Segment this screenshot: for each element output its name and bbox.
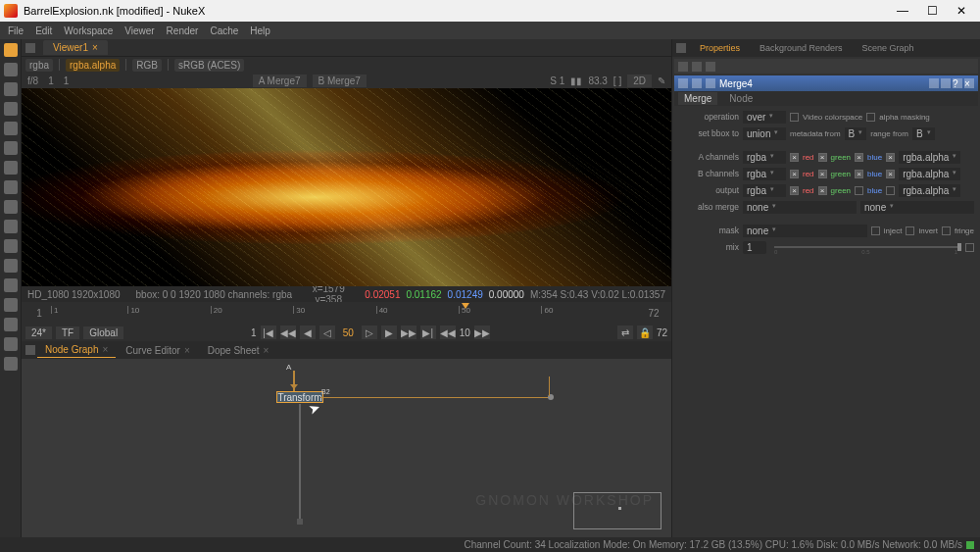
eye-icon[interactable]	[706, 78, 715, 88]
one[interactable]: 1	[48, 75, 54, 86]
timeline-ruler[interactable]: 1 10 20 30 40 50 60	[51, 302, 642, 324]
tool-icon[interactable]	[4, 318, 18, 331]
last-frame-button[interactable]: ▶|	[420, 326, 436, 339]
connection-b[interactable]	[320, 397, 551, 398]
trash-icon[interactable]	[706, 62, 715, 72]
tool-icon[interactable]	[4, 298, 18, 312]
tool-icon[interactable]	[4, 200, 18, 214]
menu-workspace[interactable]: Workspace	[64, 25, 113, 36]
playhead[interactable]	[465, 302, 472, 324]
metadata-dropdown[interactable]: B	[845, 127, 867, 140]
input-b-button[interactable]: B Merge7	[313, 75, 367, 87]
red-check[interactable]	[790, 153, 799, 162]
input-a-button[interactable]: A Merge7	[253, 75, 307, 87]
video-colorspace-check[interactable]	[790, 113, 799, 122]
pane-handle-icon[interactable]	[25, 345, 35, 355]
ocio[interactable]: sRGB (ACES)	[174, 59, 244, 72]
pause-icon[interactable]: ▮▮	[570, 75, 582, 86]
menu-edit[interactable]: Edit	[35, 25, 52, 36]
help-icon[interactable]: ?	[953, 78, 962, 88]
tool-icon[interactable]	[4, 337, 18, 351]
play-button[interactable]: ▶	[381, 326, 397, 339]
tool-icon[interactable]	[4, 259, 18, 273]
close-icon[interactable]: ×	[264, 345, 270, 356]
alpha-masking-check[interactable]	[866, 113, 875, 122]
timeline[interactable]: 1 1 10 20 30 40 50 60 72	[22, 302, 671, 324]
tool-icon[interactable]	[4, 278, 18, 292]
channel-alpha[interactable]: rgba.alpha	[66, 59, 120, 72]
frame-in[interactable]: 1	[251, 327, 257, 338]
tab-curve-editor[interactable]: Curve Editor ×	[118, 343, 197, 358]
connection-a[interactable]	[293, 371, 295, 392]
maximize-button[interactable]: ☐	[917, 1, 947, 21]
green-check[interactable]	[818, 186, 827, 195]
subtab-merge[interactable]: Merge	[678, 92, 717, 105]
tab-scene-graph[interactable]: Scene Graph	[857, 41, 920, 55]
pane-handle-icon[interactable]	[676, 43, 686, 53]
output-dropdown[interactable]: rgba	[743, 184, 786, 197]
load-icon[interactable]	[941, 78, 951, 88]
skip-back-button[interactable]: ◀◀	[440, 326, 456, 339]
fringe-check[interactable]	[942, 226, 951, 235]
frame-out[interactable]: 72	[657, 327, 667, 338]
skip-fwd-button[interactable]: ▶▶	[474, 326, 490, 339]
tool-icon[interactable]	[4, 43, 18, 57]
bracket-icon[interactable]: [ ]	[613, 75, 621, 86]
alpha-check[interactable]	[886, 170, 895, 178]
bbox-dropdown[interactable]: union	[743, 127, 786, 140]
scope-dropdown[interactable]: Global	[83, 326, 123, 339]
tab-background-renders[interactable]: Background Renders	[754, 41, 849, 55]
tool-icon[interactable]	[4, 239, 18, 253]
mix-value[interactable]: 1	[743, 241, 766, 254]
expand-icon[interactable]	[678, 78, 688, 88]
subtab-node[interactable]: Node	[723, 92, 759, 105]
also-merge-dropdown-2[interactable]: none	[860, 201, 974, 214]
lock-icon[interactable]	[678, 62, 688, 72]
loop-icon[interactable]: ⇄	[617, 326, 633, 339]
lock-icon[interactable]: 🔒	[637, 326, 653, 339]
pane-handle-icon[interactable]	[25, 43, 35, 53]
colorspace[interactable]: RGB	[132, 59, 162, 72]
prev-key-button[interactable]: ◀◀	[280, 326, 296, 339]
node-graph[interactable]: A Transform B2 ➤ GNOMON WORKSHOP	[22, 359, 671, 537]
menu-file[interactable]: File	[8, 25, 24, 36]
inject-check[interactable]	[871, 226, 880, 235]
tab-node-graph[interactable]: Node Graph ×	[37, 342, 116, 358]
step-back-button[interactable]: ◁	[319, 326, 335, 339]
tab-dope-sheet[interactable]: Dope Sheet ×	[200, 343, 277, 358]
view-mode[interactable]: 2D	[627, 75, 652, 87]
red-check[interactable]	[790, 170, 799, 178]
connection-out[interactable]	[299, 404, 301, 522]
green-check[interactable]	[818, 170, 827, 178]
tool-icon[interactable]	[4, 82, 18, 96]
operation-dropdown[interactable]: over	[743, 111, 786, 124]
invert-check[interactable]	[906, 226, 914, 235]
a-channels-dropdown[interactable]: rgba	[743, 151, 786, 164]
channel-rgba[interactable]: rgba	[25, 59, 53, 72]
fstop[interactable]: f/8	[27, 75, 38, 86]
tool-icon[interactable]	[4, 180, 18, 194]
tool-icon[interactable]	[4, 220, 18, 233]
tool-icon[interactable]	[4, 161, 18, 175]
alpha-check[interactable]	[886, 153, 895, 162]
mask-dropdown[interactable]: none	[743, 225, 867, 237]
blue-check[interactable]	[855, 153, 863, 162]
step-fwd-button[interactable]: ▷	[362, 326, 377, 339]
close-icon[interactable]: ×	[184, 345, 190, 356]
close-icon[interactable]: ×	[102, 344, 108, 355]
fps-dropdown[interactable]: 24*	[25, 326, 52, 339]
red-check[interactable]	[790, 186, 799, 195]
skip-amount[interactable]: 10	[460, 327, 470, 338]
tf-dropdown[interactable]: TF	[56, 326, 79, 339]
blue-check[interactable]	[855, 170, 863, 178]
tool-icon[interactable]	[4, 102, 18, 116]
alpha-check[interactable]	[886, 186, 895, 195]
connection-b-drop[interactable]	[549, 376, 550, 396]
menu-viewer[interactable]: Viewer	[124, 25, 154, 36]
menu-cache[interactable]: Cache	[210, 25, 238, 36]
edit-icon[interactable]: ✎	[658, 75, 665, 86]
tab-properties[interactable]: Properties	[694, 41, 746, 55]
next-key-button[interactable]: ▶▶	[401, 326, 416, 339]
menu-help[interactable]: Help	[250, 25, 270, 36]
zoom-level[interactable]: 83.3	[588, 75, 607, 86]
